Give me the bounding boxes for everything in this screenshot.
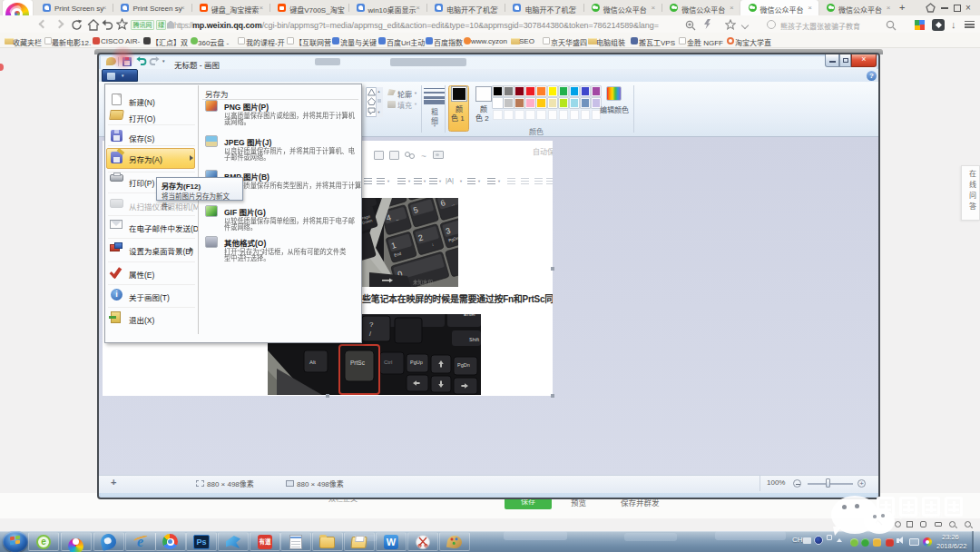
svg-text:Alt: Alt — [309, 360, 316, 365]
svg-text:?: ? — [369, 320, 374, 329]
svg-text:未知水印: 未知水印 — [413, 279, 434, 286]
svg-text:Shift: Shift — [469, 337, 479, 342]
svg-text:/: / — [369, 330, 371, 337]
svg-text:Ctrl: Ctrl — [384, 360, 392, 365]
svg-text:PgUp: PgUp — [410, 360, 423, 365]
svg-text:PrtSc: PrtSc — [350, 360, 366, 366]
svg-text:Enter: Enter — [464, 314, 475, 317]
svg-text:PgDn: PgDn — [457, 362, 470, 368]
